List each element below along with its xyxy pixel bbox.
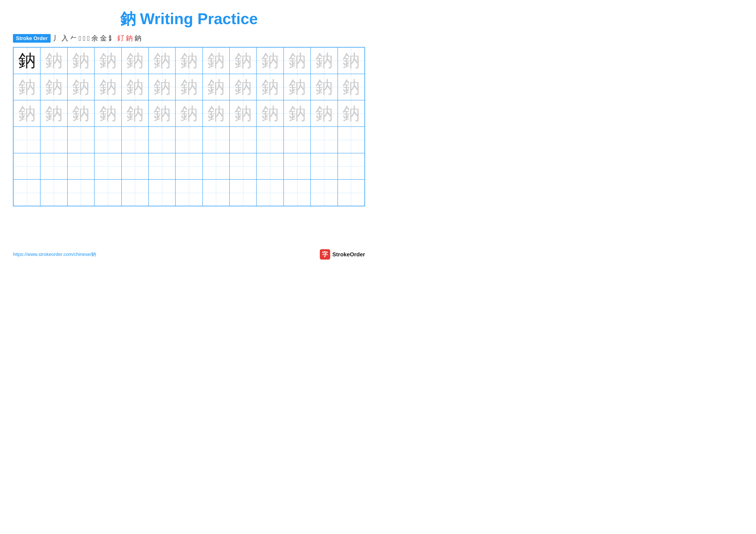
practice-char-guide: 鈉 xyxy=(45,105,63,122)
practice-char-guide: 鈉 xyxy=(45,78,63,96)
stroke-step-10: 釕 xyxy=(117,34,124,43)
grid-cell xyxy=(122,127,148,153)
grid-cell xyxy=(68,127,94,153)
grid-cell xyxy=(176,127,202,153)
practice-char-guide: 鈉 xyxy=(45,52,63,69)
grid-cell: 鈉 xyxy=(310,100,338,127)
grid-cell: 鈉 xyxy=(122,74,148,100)
grid-cell xyxy=(256,127,284,153)
grid-cell: 鈉 xyxy=(202,47,230,74)
footer-url: https://www.strokeorder.com/chinese/鈉 xyxy=(13,251,96,258)
practice-char-guide: 鈉 xyxy=(72,52,90,69)
grid-cell: 鈉 xyxy=(310,74,338,100)
grid-cell xyxy=(230,179,256,206)
grid-cell: 鈉 xyxy=(256,74,284,100)
practice-char-guide: 鈉 xyxy=(207,52,225,69)
grid-cell: 鈉 xyxy=(94,47,121,74)
grid-cell xyxy=(94,153,121,180)
practice-char-guide: 鈉 xyxy=(234,78,252,96)
practice-char-guide: 鈉 xyxy=(234,52,252,69)
grid-cell xyxy=(14,153,40,180)
grid-cell xyxy=(310,179,338,206)
practice-char-guide: 鈉 xyxy=(288,52,306,69)
practice-char-guide: 鈉 xyxy=(18,78,36,96)
grid-cell xyxy=(338,127,364,153)
practice-char-guide: 鈉 xyxy=(315,78,333,96)
grid-cell: 鈉 xyxy=(148,47,176,74)
footer-brand: 字 StrokeOrder xyxy=(320,249,365,260)
grid-cell: 鈉 xyxy=(338,100,364,127)
practice-char-guide: 鈉 xyxy=(72,78,90,96)
stroke-step-8: 金 xyxy=(100,34,107,43)
stroke-step-4: 𠂇 xyxy=(79,35,81,42)
stroke-step-7: 余 xyxy=(92,34,98,43)
practice-char-guide: 鈉 xyxy=(288,78,306,96)
grid-cell xyxy=(40,127,67,153)
grid-cell: 鈉 xyxy=(40,100,67,127)
practice-char-guide: 鈉 xyxy=(126,78,144,96)
grid-cell: 鈉 xyxy=(202,100,230,127)
grid-cell xyxy=(284,127,310,153)
practice-char-guide: 鈉 xyxy=(99,105,117,122)
grid-cell: 鈉 xyxy=(284,47,310,74)
grid-cell: 鈉 xyxy=(94,100,121,127)
title-text: Writing Practice xyxy=(136,10,258,27)
brand-icon: 字 xyxy=(320,249,330,260)
grid-cell: 鈉 xyxy=(338,47,364,74)
grid-cell xyxy=(202,127,230,153)
grid-cell xyxy=(176,153,202,180)
grid-cell: 鈉 xyxy=(230,47,256,74)
grid-cell: 鈉 xyxy=(256,47,284,74)
practice-char-guide: 鈉 xyxy=(99,78,117,96)
practice-char-guide: 鈉 xyxy=(315,105,333,122)
grid-cell xyxy=(14,179,40,206)
grid-cell xyxy=(148,179,176,206)
grid-cell xyxy=(40,153,67,180)
practice-char-guide: 鈉 xyxy=(261,52,279,69)
grid-cell: 鈉 xyxy=(14,74,40,100)
grid-cell: 鈉 xyxy=(256,100,284,127)
grid-cell xyxy=(338,153,364,180)
stroke-step-1: 丿 xyxy=(53,34,60,43)
practice-char-guide: 鈉 xyxy=(315,52,333,69)
grid-cell: 鈉 xyxy=(14,100,40,127)
practice-char-guide: 鈉 xyxy=(153,78,171,96)
stroke-step-6: 𠀤 xyxy=(87,35,90,42)
grid-cell xyxy=(14,127,40,153)
practice-char-guide: 鈉 xyxy=(342,52,360,69)
practice-char-guide: 鈉 xyxy=(180,78,198,96)
brand-icon-char: 字 xyxy=(322,250,328,259)
stroke-step-9: 釒 xyxy=(109,34,116,43)
grid-cell: 鈉 xyxy=(94,74,121,100)
grid-cell xyxy=(310,153,338,180)
grid-cell xyxy=(202,179,230,206)
grid-cell: 鈉 xyxy=(230,100,256,127)
stroke-steps: 丿 入 𠂉 𠂇 𠂈 𠀤 余 金 釒 釕 鈉 鈉 xyxy=(53,34,141,43)
grid-cell: 鈉 xyxy=(148,100,176,127)
practice-char-guide: 鈉 xyxy=(153,52,171,69)
grid-cell xyxy=(40,179,67,206)
practice-char-guide: 鈉 xyxy=(153,105,171,122)
grid-cell xyxy=(284,179,310,206)
brand-name: StrokeOrder xyxy=(332,251,365,258)
stroke-step-3: 𠂉 xyxy=(70,35,77,42)
grid-cell xyxy=(68,179,94,206)
grid-cell: 鈉 xyxy=(14,47,40,74)
grid-cell: 鈉 xyxy=(68,100,94,127)
grid-cell: 鈉 xyxy=(176,74,202,100)
grid-cell xyxy=(230,153,256,180)
grid-cell: 鈉 xyxy=(122,47,148,74)
stroke-step-11: 鈉 xyxy=(126,34,133,43)
grid-cell: 鈉 xyxy=(230,74,256,100)
stroke-order-row: Stroke Order 丿 入 𠂉 𠂇 𠂈 𠀤 余 金 釒 釕 鈉 鈉 xyxy=(13,34,365,43)
practice-char-guide: 鈉 xyxy=(342,78,360,96)
practice-char-guide: 鈉 xyxy=(18,105,36,122)
practice-char-guide: 鈉 xyxy=(99,52,117,69)
stroke-step-12: 鈉 xyxy=(134,34,141,43)
grid-cell xyxy=(94,179,121,206)
grid-cell xyxy=(94,127,121,153)
practice-char-guide: 鈉 xyxy=(207,78,225,96)
grid-cell xyxy=(68,153,94,180)
grid-cell xyxy=(148,127,176,153)
grid-cell xyxy=(256,153,284,180)
